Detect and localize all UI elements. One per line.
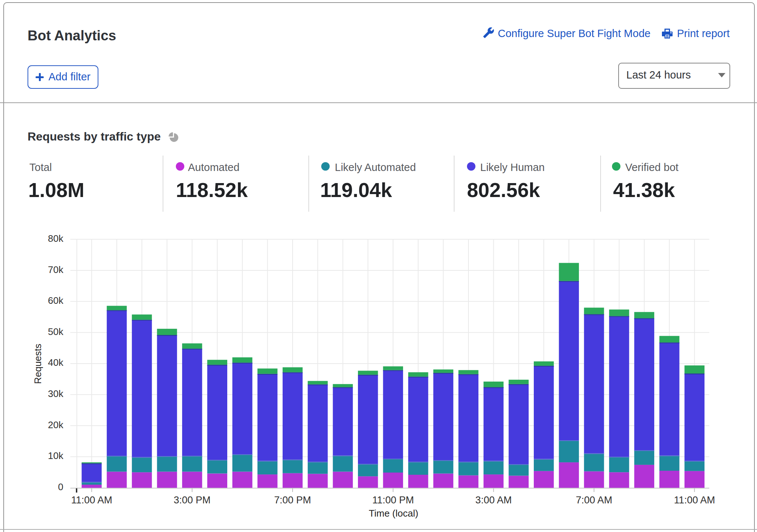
svg-text:80k: 80k [48, 233, 64, 244]
svg-text:50k: 50k [48, 326, 64, 337]
svg-text:7:00 AM: 7:00 AM [576, 495, 612, 506]
svg-text:20k: 20k [48, 419, 64, 430]
svg-text:Time (local): Time (local) [369, 508, 419, 519]
svg-text:40k: 40k [48, 357, 64, 368]
svg-text:70k: 70k [48, 264, 64, 275]
svg-text:11:00 PM: 11:00 PM [372, 495, 414, 506]
svg-text:Requests: Requests [32, 344, 43, 384]
svg-text:7:00 PM: 7:00 PM [274, 495, 311, 506]
svg-text:11:00 AM: 11:00 AM [674, 495, 715, 506]
svg-text:60k: 60k [48, 295, 64, 306]
svg-text:10k: 10k [48, 450, 64, 461]
svg-text:3:00 AM: 3:00 AM [475, 495, 512, 506]
svg-text:30k: 30k [48, 388, 64, 399]
svg-text:0: 0 [58, 481, 63, 492]
svg-text:3:00 PM: 3:00 PM [174, 495, 211, 506]
svg-text:11:00 AM: 11:00 AM [71, 495, 112, 506]
